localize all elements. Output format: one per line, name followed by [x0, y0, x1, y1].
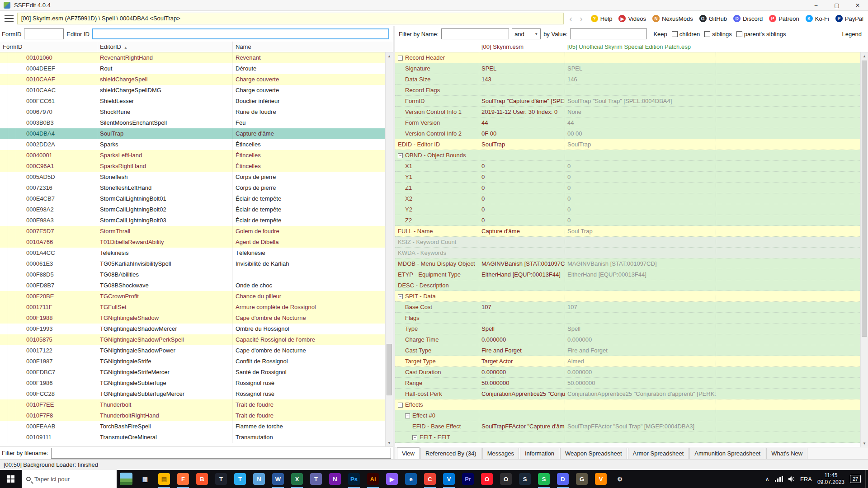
gimp-icon[interactable]: G — [572, 470, 591, 488]
tree-row[interactable]: Target TypeTarget ActorAimed — [395, 356, 868, 367]
legend-button[interactable]: Legend — [842, 31, 864, 38]
file-explorer-icon[interactable]: ▤ — [155, 470, 174, 488]
toolbar-link-nexusmods[interactable]: NNexusMods — [652, 15, 693, 22]
table-row[interactable]: 000E98A2StormCallLightningBolt02Éclair d… — [0, 204, 393, 215]
minimize-button[interactable]: – — [806, 0, 826, 10]
toolbar-link-videos[interactable]: ▶Videos — [618, 15, 646, 22]
forward-arrow-icon[interactable]: › — [578, 14, 585, 23]
tab-armor-spreadsheet[interactable]: Armor Spreadsheet — [628, 448, 689, 459]
table-row[interactable]: 000FD8B7TG08BShockwaveOnde de choc — [0, 280, 393, 291]
task-view-icon[interactable]: ▦ — [136, 470, 155, 488]
collapse-icon[interactable]: − — [398, 56, 403, 61]
collapse-icon[interactable]: − — [398, 294, 403, 299]
table-row[interactable]: 000FEAABTorchBashFireSpellFlamme de torc… — [0, 421, 393, 432]
media-player-icon[interactable]: ▶ — [382, 470, 401, 488]
news-widget-button[interactable] — [117, 470, 136, 488]
tree-row[interactable]: −OBND - Object Bounds — [395, 150, 868, 161]
table-row[interactable]: 0010A766T01DibellaRewardAbilityAgent de … — [0, 237, 393, 248]
table-row[interactable]: 0010F7F8ThunderboltRightHandTrait de fou… — [0, 410, 393, 421]
plugin-column-header-ussep[interactable]: [05] Unofficial Skyrim Special Edition P… — [565, 42, 716, 52]
table-row[interactable]: 000FCC61ShieldLesserBouclier inférieur — [0, 96, 393, 107]
tree-row[interactable]: EDID - Editor IDSoulTrapSoulTrap — [395, 139, 868, 150]
discord-icon[interactable]: D — [553, 470, 572, 488]
table-row[interactable]: 0001711FTGFullSetArmure complète de Ross… — [0, 302, 393, 313]
tab-referenced-by-34-[interactable]: Referenced By (34) — [420, 448, 481, 459]
tree-row[interactable]: Version Control Info 20F 0000 00 — [395, 128, 868, 139]
left-vertical-scrollbar[interactable]: ▲ ▼ — [385, 52, 393, 446]
table-row[interactable]: 000F1993TGNightingaleShadowMercerOmbre d… — [0, 324, 393, 334]
tree-row[interactable]: FormIDSoulTrap "Capture d'âme" [SPEL:...… — [395, 96, 868, 107]
tree-row[interactable]: Range50.00000050.000000 — [395, 378, 868, 389]
tree-row[interactable]: Record Flags — [395, 85, 868, 96]
table-row[interactable]: 00101060RevenantRightHandRevenant — [0, 52, 393, 63]
table-row[interactable]: 00105875TGNightingaleShadowPerkSpellCapa… — [0, 334, 393, 345]
network-icon[interactable] — [775, 476, 783, 482]
tree-row[interactable]: Data Size143146 — [395, 74, 868, 85]
chrome-icon[interactable]: C — [420, 470, 439, 488]
table-row[interactable]: 0010CAACshieldChargeSpellDMGCharge couve… — [0, 85, 393, 96]
scrollbar-thumb[interactable] — [862, 61, 867, 337]
table-row[interactable]: 000F1986TGNightingaleSubterfugeRossignol… — [0, 378, 393, 389]
vlc-icon[interactable]: V — [591, 470, 610, 488]
collapse-icon[interactable]: − — [412, 435, 417, 440]
table-row[interactable]: 00040001SparksLeftHandÉtincelles — [0, 150, 393, 161]
table-row[interactable]: 00072316StonefleshLeftHandCorps de pierr… — [0, 183, 393, 193]
tab-what-s-new[interactable]: What's New — [766, 448, 807, 459]
table-row[interactable]: 000C96A1SparksRightHandÉtincelles — [0, 161, 393, 172]
language-indicator[interactable]: FRA — [800, 476, 812, 483]
vscode-icon[interactable]: V — [439, 470, 458, 488]
table-row[interactable]: 00109111TransmuteOreMineralTransmutation — [0, 432, 393, 443]
formid-input[interactable] — [24, 28, 64, 39]
scrollbar-thumb[interactable] — [387, 344, 392, 395]
table-row[interactable]: 0007E5D7StormThrallGolem de foudre — [0, 226, 393, 237]
notepad-icon[interactable]: N — [250, 470, 269, 488]
tree-row[interactable]: −Record Header — [395, 52, 868, 63]
tree-row[interactable]: KWDA - Keywords — [395, 248, 868, 258]
tree-row[interactable]: Cast Duration0.0000000.000000 — [395, 367, 868, 378]
table-row[interactable]: 000FDBC7TGNightingaleStrifeMercerSanté d… — [0, 367, 393, 378]
tree-row[interactable]: Y200 — [395, 204, 868, 215]
back-arrow-icon[interactable]: ‹ — [567, 14, 574, 23]
table-row[interactable]: 0010F7EEThunderboltTrait de foudre — [0, 399, 393, 410]
editorid-input[interactable] — [92, 28, 389, 39]
right-vertical-scrollbar[interactable]: ▲ ▼ — [860, 52, 868, 447]
obs-icon[interactable]: O — [496, 470, 515, 488]
checkbox-siblings[interactable]: siblings — [704, 31, 731, 38]
filter-by-name-input[interactable] — [441, 28, 509, 39]
premiere-icon[interactable]: Pr — [458, 470, 477, 488]
tree-row[interactable]: −EFIT - EFIT — [395, 432, 868, 443]
telegram-icon[interactable]: T — [231, 470, 250, 488]
table-row[interactable]: 0002DD2ASparksÉtincelles — [0, 139, 393, 150]
tree-row[interactable]: Z100 — [395, 183, 868, 193]
checkbox-parent-s-siblings[interactable]: parent's siblings — [736, 31, 786, 38]
column-header-formid[interactable]: FormID — [0, 42, 97, 52]
illustrator-icon[interactable]: Ai — [363, 470, 382, 488]
tree-row[interactable]: ETYP - Equipment TypeEitherHand [EQUP:00… — [395, 269, 868, 280]
plugin-column-header-skyrim[interactable]: [00] Skyrim.esm — [479, 42, 565, 52]
table-row[interactable]: 000F1987TGNightingaleStrifeConflit de Ro… — [0, 356, 393, 367]
tree-row[interactable]: −Effect #0 — [395, 410, 868, 421]
opera-icon[interactable]: O — [477, 470, 496, 488]
table-row[interactable]: 0004DEEFRoutDéroute — [0, 63, 393, 74]
table-row[interactable]: 000061E3TG05KarliahInvisibilitySpellInvi… — [0, 258, 393, 269]
tree-row[interactable]: Form Version4444 — [395, 117, 868, 128]
show-desktop-button[interactable] — [865, 470, 868, 488]
scroll-up-arrow[interactable]: ▲ — [861, 52, 868, 60]
start-button[interactable] — [0, 470, 22, 488]
tab-weapon-spreadsheet[interactable]: Weapon Spreadsheet — [560, 448, 627, 459]
table-row[interactable]: 0010CAAFshieldChargeSpellCharge couverte — [0, 74, 393, 85]
tree-row[interactable]: −Effects — [395, 399, 868, 410]
breadcrumb[interactable]: [00] Skyrim.esm (AF75991D) \ Spell \ 000… — [17, 13, 564, 24]
table-row[interactable]: 00017122TGNightingaleShadowPowerCape d'o… — [0, 345, 393, 356]
column-header-editorid[interactable]: EditorID▲ — [97, 42, 233, 52]
tree-row[interactable]: EFID - Base EffectSoulTrapFFActor "Captu… — [395, 421, 868, 432]
table-row[interactable]: 000F88D5TG08BAbilities — [0, 269, 393, 280]
spotify-icon[interactable]: S — [534, 470, 553, 488]
tree-row[interactable]: KSIZ - Keyword Count — [395, 237, 868, 248]
table-row[interactable]: 0003B0B3SilentMoonsEnchantSpellFeu — [0, 117, 393, 128]
tab-messages[interactable]: Messages — [482, 448, 519, 459]
toolbar-link-kofi[interactable]: KKo-Fi — [806, 15, 829, 22]
tree-row[interactable]: DESC - Description — [395, 280, 868, 291]
table-row[interactable]: 0005AD5DStonefleshCorps de pierre — [0, 172, 393, 183]
toolbar-link-discord[interactable]: DDiscord — [733, 15, 763, 22]
